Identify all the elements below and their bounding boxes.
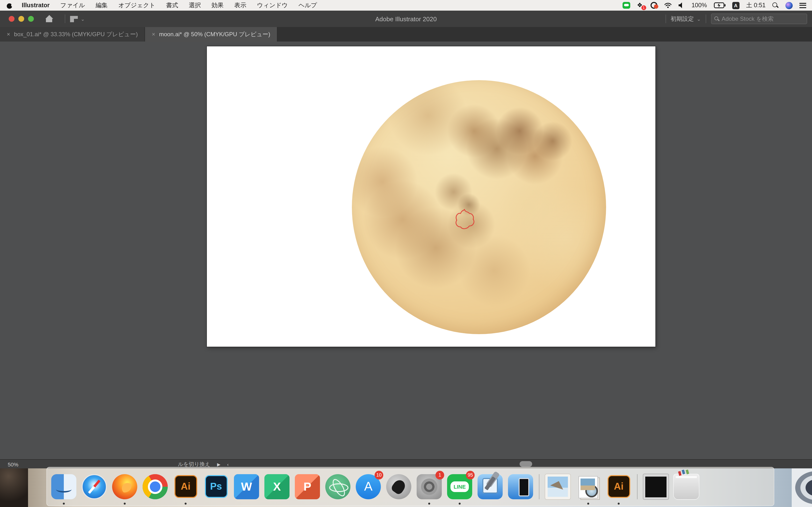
input-source-icon[interactable]: A [732,2,739,9]
close-icon[interactable]: × [152,31,155,38]
divider [706,14,706,23]
dock-xcode[interactable] [476,472,504,501]
tab-moon[interactable]: × moon.ai* @ 50% (CMYK/GPU プレビュー) [145,27,277,42]
dock-line[interactable]: LINE95 [446,472,474,501]
running-indicator [63,502,65,504]
line-menu-icon[interactable] [622,2,630,9]
canvas-workspace[interactable]: 50% ルを切り換え ▶ ‹ [0,42,812,468]
dock-chrome[interactable] [141,472,169,501]
running-indicator [587,502,589,504]
menu-edit[interactable]: 編集 [90,1,113,9]
dock-simulator[interactable] [507,472,535,501]
running-indicator [124,502,126,504]
dock-illustrator[interactable]: Ai [171,472,200,501]
dock-separator [637,474,638,499]
menu-view[interactable]: 表示 [229,1,252,9]
tab-label: box_01.ai* @ 33.33% (CMYK/GPU プレビュー) [14,30,138,38]
menu-select[interactable]: 選択 [184,1,206,9]
dock-trash[interactable] [672,472,700,501]
title-bar: ⌄ Adobe Illustrator 2020 初期設定 ⌄ Adobe St… [0,11,812,27]
wifi-icon[interactable] [664,2,672,8]
menu-file[interactable]: ファイル [55,1,90,9]
adobe-stock-search[interactable]: Adobe Stock を検索 [711,13,807,24]
tidal-badge: 1 [641,5,646,10]
notification-badge: 1 [436,470,444,479]
angle-left-icon: ‹ [227,462,229,467]
tab-label: moon.ai* @ 50% (CMYK/GPU プレビュー) [159,30,270,38]
zoom-level[interactable]: 50% [8,461,18,467]
dock-rocket-app[interactable] [385,472,413,501]
menu-effect[interactable]: 効果 [206,1,229,9]
dock-mail[interactable] [544,472,572,501]
dock-minimized-window[interactable] [642,472,670,501]
gear-icon [421,478,438,495]
tab-box01[interactable]: × box_01.ai* @ 33.33% (CMYK/GPU プレビュー) [0,27,145,42]
running-indicator [428,502,430,504]
artboard[interactable] [207,46,655,347]
dock-photoshop[interactable]: Ps [202,472,230,501]
minimize-window-button[interactable] [18,16,24,22]
siri-icon[interactable] [785,2,793,9]
desktop-photo-fragment [0,468,28,507]
dock-firefox[interactable] [111,472,139,501]
close-icon[interactable]: × [7,31,10,38]
menu-type[interactable]: 書式 [161,1,184,9]
horizontal-scrollbar-thumb[interactable] [520,461,532,467]
volume-icon[interactable] [678,2,684,8]
dock-illustrator-legacy[interactable]: Ai [605,472,633,501]
notification-center-icon[interactable] [800,3,806,8]
search-icon [714,16,719,21]
dock-app-store[interactable]: A10 [354,472,382,501]
divider [65,14,65,23]
line-label: LINE [451,481,469,492]
dock-word[interactable]: W [233,472,260,501]
running-indicator [459,502,461,504]
record-menu-icon[interactable] [650,2,657,9]
dock-safari[interactable] [80,472,108,501]
running-indicator [185,502,187,504]
dock-preview[interactable] [574,472,602,501]
close-window-button[interactable] [9,16,14,22]
selection-path-outline[interactable] [452,208,478,232]
dock: Ai Ps W X P A10 1 LINE95 Ai [46,467,774,506]
dock-excel[interactable]: X [263,472,291,501]
document-tab-bar: × box_01.ai* @ 33.33% (CMYK/GPU プレビュー) ×… [0,27,812,42]
apple-menu-icon[interactable] [7,2,12,8]
menu-bar: Illustrator ファイル 編集 オブジェクト 書式 選択 効果 表示 ウ… [0,0,812,11]
dock-separator [539,474,540,499]
dock-powerpoint[interactable]: P [293,472,321,501]
menu-window[interactable]: ウィンドウ [252,1,293,9]
moon-artwork[interactable] [352,80,606,334]
dock-finder[interactable] [50,472,78,501]
chevron-down-icon: ⌄ [697,16,701,21]
spotlight-icon[interactable] [772,2,779,8]
menu-app-name[interactable]: Illustrator [16,2,55,9]
menu-help[interactable]: ヘルプ [293,1,322,9]
battery-icon[interactable] [714,2,725,8]
desktop-wallpaper-detail [792,468,812,507]
search-placeholder: Adobe Stock を検索 [722,15,773,23]
menu-clock[interactable]: 土 0:51 [746,1,766,9]
dock-system-preferences[interactable]: 1 [415,472,443,501]
workspace-switcher[interactable]: 初期設定 [671,15,694,23]
battery-percent: 100% [692,2,707,9]
divider [665,14,666,23]
screen: Illustrator ファイル 編集 オブジェクト 書式 選択 効果 表示 ウ… [0,0,812,507]
home-icon[interactable] [45,15,53,22]
magnifier-icon [585,485,598,497]
zoom-window-button[interactable] [28,16,34,22]
running-indicator [618,502,620,504]
notification-badge: 95 [466,470,475,479]
tidal-menu-icon[interactable]: ❖1 [637,2,644,9]
arrange-documents-icon[interactable] [70,16,78,22]
menu-object[interactable]: オブジェクト [113,1,161,9]
notification-badge: 10 [374,470,383,479]
chevron-down-icon[interactable]: ⌄ [81,16,85,21]
play-icon[interactable]: ▶ [217,462,220,467]
dock-atom[interactable] [324,472,352,501]
